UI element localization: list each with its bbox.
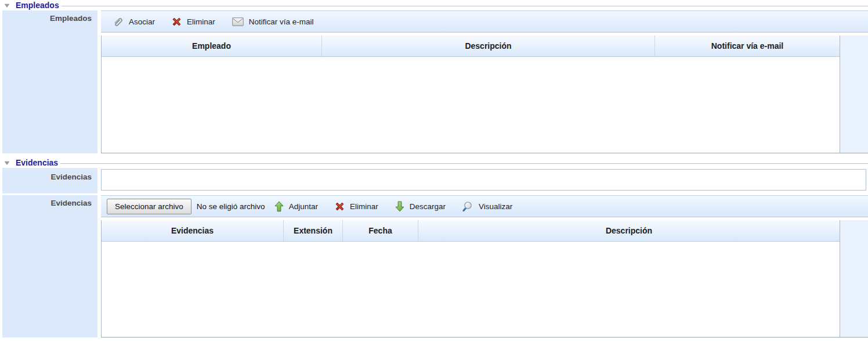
empleados-legend-row: Empleados — [0, 0, 868, 10]
evidencias-content: Seleccionar archivo No se eligió archivo… — [101, 195, 868, 338]
evidencias-grid-table: Evidencias Extensión Fecha Descripción — [101, 220, 840, 337]
evidencias-file-row: Evidencias Seleccionar archivo No se eli… — [2, 195, 868, 338]
empleados-grid-table: Empleado Descripción Notificar vía e-mai… — [101, 35, 840, 153]
evidencias-text-label: Evidencias — [2, 168, 97, 193]
eliminar-button[interactable]: Eliminar — [166, 15, 221, 29]
adjuntar-label: Adjuntar — [289, 202, 318, 211]
seleccionar-archivo-button[interactable]: Seleccionar archivo — [107, 199, 191, 214]
evidencias-grid-filler — [840, 220, 868, 337]
notificar-email-button[interactable]: Notificar vía e-mail — [226, 15, 320, 28]
notificar-email-label: Notificar vía e-mail — [249, 17, 314, 26]
empleados-toolbar: Asociar Eliminar — [101, 10, 868, 33]
empleados-grid-header: Empleado Descripción Notificar vía e-mai… — [102, 35, 840, 57]
descargar-label: Descargar — [410, 202, 446, 211]
delete-x-icon — [172, 17, 182, 27]
empleados-legend-label: Empleados — [16, 1, 62, 10]
evidencias-text-input[interactable] — [101, 169, 866, 191]
empleados-fieldset: Empleados Empleados Asociar — [0, 0, 868, 153]
descargar-button[interactable]: Descargar — [389, 199, 451, 214]
column-header-notificar-email[interactable]: Notificar vía e-mail — [655, 35, 840, 56]
evidencias-text-row: Evidencias — [2, 168, 868, 193]
fieldset-border-line — [62, 6, 868, 6]
delete-x-icon — [335, 202, 345, 211]
envelope-icon — [232, 17, 244, 26]
visualizar-button[interactable]: Visualizar — [457, 199, 518, 214]
column-header-descripcion[interactable]: Descripción — [418, 220, 840, 241]
empleados-field-label: Empleados — [2, 10, 97, 153]
column-header-descripcion[interactable]: Descripción — [322, 35, 655, 56]
file-status-text: No se eligió archivo — [197, 202, 265, 211]
column-header-evidencias[interactable]: Evidencias — [102, 220, 284, 241]
column-header-empleado[interactable]: Empleado — [102, 35, 322, 56]
evidencias-grid: Evidencias Extensión Fecha Descripción — [101, 220, 868, 338]
adjuntar-button[interactable]: Adjuntar — [269, 199, 324, 214]
empleados-body: Empleados Asociar — [2, 10, 868, 153]
evidencias-fieldset: Evidencias Evidencias Evidencias Selecci… — [0, 157, 868, 338]
evidencias-legend-label: Evidencias — [16, 158, 60, 167]
evidencias-file-label: Evidencias — [2, 195, 97, 338]
evidencias-grid-header: Evidencias Extensión Fecha Descripción — [102, 220, 840, 242]
fieldset-border-line — [60, 163, 868, 164]
evidencias-toolbar: Seleccionar archivo No se eligió archivo… — [101, 195, 868, 217]
empleados-grid: Empleado Descripción Notificar vía e-mai… — [101, 35, 868, 153]
arrow-up-icon — [274, 201, 284, 212]
collapse-triangle-icon[interactable] — [3, 160, 10, 167]
empleados-grid-body — [102, 57, 840, 153]
evidencias-legend-row: Evidencias — [0, 157, 868, 168]
asociar-button[interactable]: Asociar — [107, 14, 161, 30]
paperclip-icon — [113, 16, 124, 27]
magnifier-icon — [462, 201, 473, 212]
asociar-label: Asociar — [129, 17, 155, 26]
section-gap — [0, 153, 868, 157]
eliminar-button[interactable]: Eliminar — [329, 199, 384, 214]
eliminar-label: Eliminar — [187, 17, 215, 26]
empleados-content: Asociar Eliminar — [101, 10, 868, 153]
empleados-grid-filler — [840, 35, 868, 153]
evidencias-grid-body — [102, 242, 840, 337]
column-header-extension[interactable]: Extensión — [284, 220, 343, 241]
column-header-fecha[interactable]: Fecha — [343, 220, 418, 241]
visualizar-label: Visualizar — [479, 202, 512, 211]
eliminar-label: Eliminar — [350, 202, 378, 211]
collapse-triangle-icon[interactable] — [3, 2, 10, 9]
arrow-down-icon — [395, 201, 404, 212]
